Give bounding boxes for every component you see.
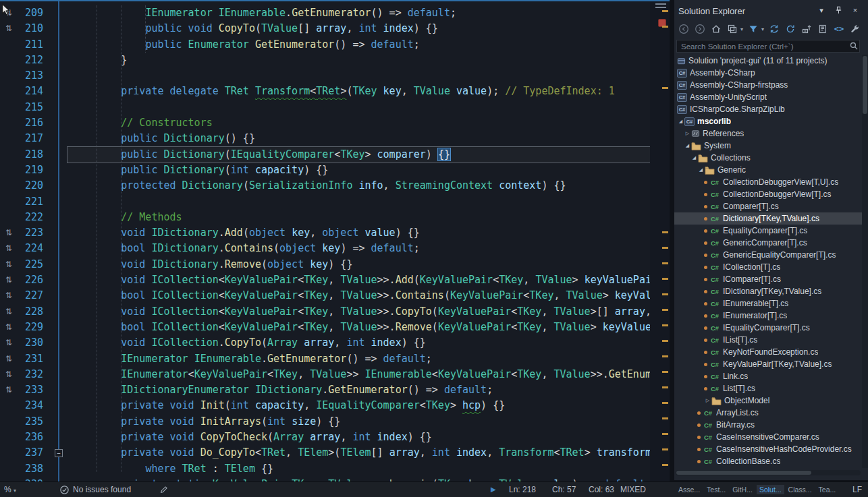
- line-number[interactable]: 233: [18, 382, 49, 398]
- line-number[interactable]: 235: [18, 414, 49, 430]
- switch-views-button[interactable]: [726, 23, 738, 35]
- code-line[interactable]: 217 public Dictionary() {}: [0, 131, 650, 146]
- implements-margin-icon[interactable]: ⇅: [0, 288, 18, 303]
- tree-item-icsharpcode-sharpziplib[interactable]: C#ICSharpCode.SharpZipLib: [674, 103, 862, 115]
- tree-vertical-scrollbar[interactable]: [862, 55, 868, 468]
- editor-vertical-scrollbar[interactable]: [650, 0, 670, 481]
- tree-item-collectiondebuggerview-t-u-cs[interactable]: C#CollectionDebuggerView[T,U].cs: [674, 176, 862, 188]
- line-number[interactable]: 229: [18, 320, 49, 335]
- tree-item-link-cs[interactable]: C#Link.cs: [674, 370, 862, 382]
- line-number[interactable]: 232: [18, 367, 49, 382]
- line-number[interactable]: 228: [18, 304, 49, 320]
- implements-margin-icon[interactable]: ⇅: [0, 241, 18, 256]
- implements-margin-icon[interactable]: ⇅: [0, 367, 18, 382]
- pin-icon[interactable]: [834, 5, 843, 15]
- status-line-ending[interactable]: LF: [852, 482, 862, 497]
- code-line[interactable]: ⇅228 void ICollection<KeyValuePair<TKey,…: [0, 304, 650, 320]
- implements-margin-icon[interactable]: ⇅: [0, 257, 18, 272]
- code-line[interactable]: ⇅209 IEnumerator IEnumerable.GetEnumerat…: [0, 5, 650, 21]
- show-all-files-button[interactable]: [817, 23, 829, 35]
- code-line[interactable]: ⇅233 IDictionaryEnumerator IDictionary.G…: [0, 382, 650, 398]
- code-line[interactable]: 215: [0, 100, 650, 115]
- line-number[interactable]: 237: [18, 445, 49, 461]
- line-number[interactable]: 209: [18, 5, 49, 21]
- tree-item-references[interactable]: ▷References: [674, 127, 862, 140]
- line-number[interactable]: 216: [18, 115, 49, 131]
- implements-margin-icon[interactable]: ⇅: [0, 5, 18, 21]
- tree-item-assembly-csharp[interactable]: C#Assembly-CSharp: [674, 67, 862, 79]
- tree-item-comparer-t-cs[interactable]: C#Comparer[T].cs: [674, 200, 862, 212]
- code-line[interactable]: 235 private void InitArrays(int size) {}: [0, 414, 650, 430]
- refresh-button[interactable]: [784, 23, 796, 35]
- tree-item-collectionbase-cs[interactable]: C#CollectionBase.cs: [674, 455, 862, 467]
- window-position-icon[interactable]: ▾: [817, 5, 826, 15]
- fold-collapse-marker[interactable]: −: [49, 445, 67, 461]
- tree-item-caseinsensitivecomparer-cs[interactable]: C#CaseInsensitiveComparer.cs: [674, 431, 862, 443]
- status-line-ending-mixed[interactable]: MIXED: [620, 482, 646, 497]
- line-number[interactable]: 221: [18, 194, 49, 210]
- panel-tab-asse[interactable]: Asse...: [676, 485, 703, 494]
- tree-item-system[interactable]: ◢System: [674, 140, 862, 152]
- code-line[interactable]: ⇅226 void ICollection<KeyValuePair<TKey,…: [0, 272, 650, 288]
- code-line[interactable]: 214 private delegate TRet Transform<TRet…: [0, 84, 650, 99]
- line-number[interactable]: 238: [18, 461, 49, 477]
- line-number[interactable]: 218: [18, 147, 49, 163]
- expander-open-icon[interactable]: ◢: [697, 167, 705, 173]
- close-icon[interactable]: ×: [850, 5, 860, 15]
- filter-button[interactable]: [747, 23, 759, 35]
- code-line[interactable]: 221: [0, 194, 650, 210]
- tree-item-assembly-unityscript[interactable]: C#Assembly-UnityScript: [674, 91, 862, 103]
- sync-with-active-document-button[interactable]: [768, 23, 780, 35]
- code-line[interactable]: ⇅210 public void CopyTo(TValue[] array, …: [0, 21, 650, 36]
- line-number[interactable]: 212: [18, 53, 49, 68]
- tree-horizontal-scrollbar[interactable]: [676, 470, 861, 475]
- line-number[interactable]: 239: [18, 477, 49, 481]
- code-line[interactable]: ⇅231 IEnumerator IEnumerable.GetEnumerat…: [0, 351, 650, 367]
- panel-tab-gith[interactable]: GitH...: [730, 485, 755, 494]
- back-button[interactable]: [678, 23, 690, 35]
- implements-margin-icon[interactable]: ⇅: [0, 351, 18, 367]
- implements-margin-icon[interactable]: ⇅: [0, 382, 18, 398]
- tree-item-caseinsensitivehashcodeprovider-cs[interactable]: C#CaseInsensitiveHashCodeProvider.cs: [674, 443, 862, 455]
- tree-item-icomparer-t-cs[interactable]: C#IComparer[T].cs: [674, 273, 862, 285]
- expander-closed-icon[interactable]: ▷: [704, 398, 711, 403]
- status-col[interactable]: Col: 63: [589, 482, 614, 497]
- line-number[interactable]: 214: [18, 84, 49, 99]
- line-number[interactable]: 224: [18, 241, 49, 256]
- panel-tab-class[interactable]: Class...: [786, 485, 815, 494]
- tree-item-keyvaluepair-tkey-tvalue-cs[interactable]: C#KeyValuePair[TKey,TValue].cs: [674, 358, 862, 370]
- expander-closed-icon[interactable]: ▷: [684, 131, 691, 136]
- panel-tab-test[interactable]: Test...: [704, 485, 728, 494]
- code-line[interactable]: ⇅229 bool ICollection<KeyValuePair<TKey,…: [0, 320, 650, 335]
- tree-item-dictionary-tkey-tvalue-cs[interactable]: C#Dictionary[TKey,TValue].cs: [674, 212, 862, 225]
- line-number[interactable]: 222: [18, 210, 49, 225]
- implements-margin-icon[interactable]: ⇅: [0, 320, 18, 335]
- tree-item-generic[interactable]: ◢Generic: [674, 164, 862, 176]
- status-char[interactable]: Ch: 57: [552, 482, 576, 497]
- tree-item-equalitycomparer-t-cs[interactable]: C#EqualityComparer[T].cs: [674, 225, 862, 237]
- code-line[interactable]: 216 // Constructors: [0, 115, 650, 131]
- forward-button[interactable]: [694, 23, 706, 35]
- issues-status-label[interactable]: No issues found: [73, 482, 131, 497]
- line-number[interactable]: 213: [18, 68, 49, 84]
- code-line[interactable]: 212 }: [0, 53, 650, 68]
- home-icon[interactable]: [710, 23, 722, 35]
- code-line[interactable]: ⇅230 void ICollection.CopyTo(Array array…: [0, 335, 650, 351]
- line-number[interactable]: 219: [18, 163, 49, 178]
- line-number[interactable]: 226: [18, 272, 49, 288]
- code-line[interactable]: 218 public Dictionary(IEqualityComparer<…: [0, 147, 650, 163]
- tree-item-genericequalitycomparer-t-cs[interactable]: C#GenericEqualityComparer[T].cs: [674, 249, 862, 261]
- panel-tab-tea[interactable]: Tea...: [816, 485, 839, 494]
- tree-item-solution-project-gui-11-of-11-projects[interactable]: Solution 'project-gui' (11 of 11 project…: [674, 55, 862, 67]
- tree-item-bitarray-cs[interactable]: C#BitArray.cs: [674, 419, 862, 431]
- line-number[interactable]: 210: [18, 21, 49, 36]
- implements-margin-icon[interactable]: ⇅: [0, 304, 18, 320]
- zoom-control[interactable]: % ▾: [4, 482, 16, 497]
- line-number[interactable]: 236: [18, 430, 49, 445]
- tree-item-objectmodel[interactable]: ▷ObjectModel: [674, 394, 862, 407]
- implements-margin-icon[interactable]: ⇅: [0, 335, 18, 351]
- tree-item-icollection-t-cs[interactable]: C#ICollection[T].cs: [674, 261, 862, 273]
- collapse-all-button[interactable]: [801, 23, 813, 35]
- properties-wrench-button[interactable]: [849, 23, 861, 35]
- status-line[interactable]: Ln: 218: [509, 482, 536, 497]
